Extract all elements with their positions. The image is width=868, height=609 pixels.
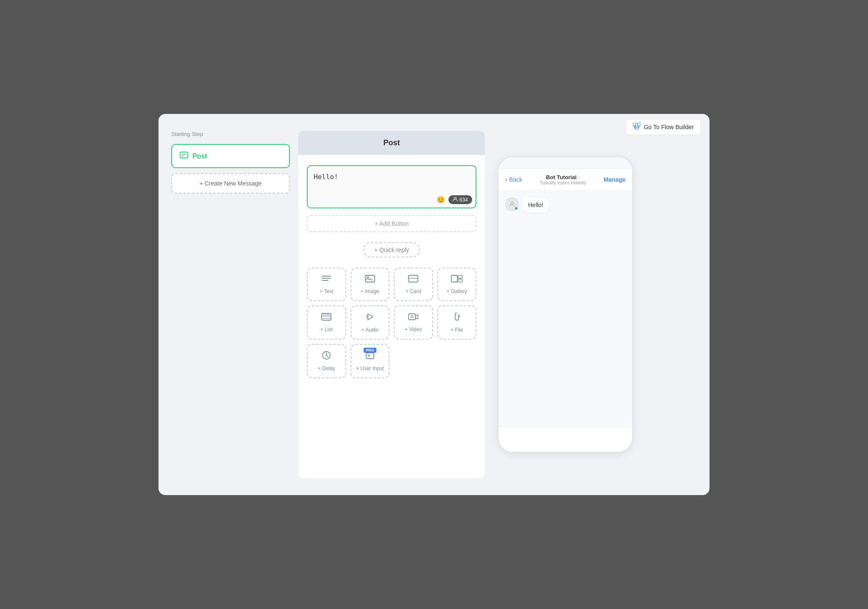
text-label: + Text [320,288,333,294]
char-count-badge: 634 [448,195,472,204]
app-window: Go To Flow Builder Starting Step Post + … [159,114,709,495]
audio-icon [365,312,375,324]
gallery-icon [451,274,463,285]
svg-marker-23 [368,314,373,320]
delay-label: + Delay [318,365,335,371]
type-delay[interactable]: + Delay [307,344,346,378]
chat-message-row: Hello! [505,197,626,213]
svg-rect-14 [409,275,418,282]
list-label: + List [320,327,333,332]
center-title: Post [383,138,400,147]
list-icon [321,313,331,323]
sidebar: Starting Step Post + Create New Message [171,131,290,478]
user-input-icon-wrapper: PRO [365,351,375,362]
svg-rect-16 [451,275,457,282]
flow-builder-label: Go To Flow Builder [644,124,694,130]
center-panel: Post Hello! 😊 [298,131,485,478]
svg-rect-1 [637,123,640,126]
manage-button[interactable]: Manage [604,176,626,183]
delay-icon [322,351,331,362]
top-bar: Go To Flow Builder [626,119,701,135]
message-input-wrapper: Hello! 😊 634 [307,165,476,208]
phone-chat-body: Hello! [498,191,632,426]
back-label: Back [509,176,522,183]
type-video[interactable]: + Video [394,305,433,340]
video-label: + Video [405,327,422,332]
phone-mockup: ‹ Back Bot Tutorial › Typically replies … [498,156,633,453]
phone-bottom-bar [498,426,632,452]
type-list[interactable]: + List [307,305,346,340]
create-message-button[interactable]: + Create New Message [171,173,290,194]
post-item[interactable]: Post [171,144,290,168]
main-layout: Starting Step Post + Create New Message … [159,114,709,495]
text-icon [321,274,331,285]
pro-badge: PRO [364,348,376,353]
quick-reply-button[interactable]: + Quick reply [363,242,420,257]
chat-title-chevron-icon: › [578,175,580,180]
image-label: + Image [361,288,379,294]
back-button[interactable]: ‹ Back [505,176,522,183]
center-content: Hello! 😊 634 [298,155,485,478]
file-label: + File [451,327,463,333]
type-gallery[interactable]: + Gallery [437,268,477,301]
user-input-label: + User Input [356,365,384,371]
svg-rect-19 [322,313,331,320]
svg-rect-26 [409,314,415,320]
message-types-grid: + Text + Image [307,268,476,378]
manage-label: Manage [604,176,626,183]
type-audio[interactable]: + Audio [351,305,390,340]
chat-title-block: Bot Tutorial › Typically replies instant… [540,174,586,185]
type-user-input[interactable]: PRO + User Input [351,344,390,378]
post-label: Post [192,152,207,160]
audio-label: + Audio [362,327,378,333]
emoji-button[interactable]: 😊 [437,196,445,204]
card-icon [408,274,418,285]
svg-rect-18 [458,279,462,282]
svg-marker-27 [415,315,418,319]
char-count: 634 [459,197,468,203]
flow-builder-button[interactable]: Go To Flow Builder [626,119,701,135]
avatar-online-dot [515,207,518,210]
chat-subtitle: Typically replies instantly [540,180,586,185]
svg-point-33 [511,202,513,205]
back-chevron-icon: ‹ [505,176,507,183]
video-icon [408,313,418,323]
svg-rect-0 [633,123,636,126]
svg-rect-7 [180,152,188,158]
type-file[interactable]: + File [437,305,477,340]
chat-title: Bot Tutorial [546,174,576,180]
flow-builder-icon [633,123,640,131]
type-text[interactable]: + Text [307,268,346,301]
person-icon [453,197,458,203]
quick-reply-label: + Quick reply [374,246,409,253]
post-icon [180,151,188,161]
add-button-row[interactable]: + Add Button [307,215,476,232]
card-label: + Card [406,288,421,294]
svg-point-28 [411,316,413,318]
message-toolbar: 😊 634 [437,195,472,204]
create-message-label: + Create New Message [200,180,262,187]
type-card[interactable]: + Card [394,268,433,301]
chat-message-text: Hello! [528,202,543,208]
phone-status-bar [498,157,632,169]
chat-avatar [505,197,519,211]
type-image[interactable]: + Image [351,268,390,301]
file-icon [452,312,462,324]
image-icon [365,274,375,285]
svg-point-8 [454,197,456,199]
chat-bubble: Hello! [522,197,549,213]
add-button-label: + Add Button [375,220,409,227]
svg-rect-17 [458,275,462,278]
preview-panel: ‹ Back Bot Tutorial › Typically replies … [493,131,637,478]
gallery-label: + Gallery [447,288,467,294]
starting-step-label: Starting Step [171,131,290,137]
phone-chat-header: ‹ Back Bot Tutorial › Typically replies … [498,169,632,191]
center-header: Post [298,131,485,155]
